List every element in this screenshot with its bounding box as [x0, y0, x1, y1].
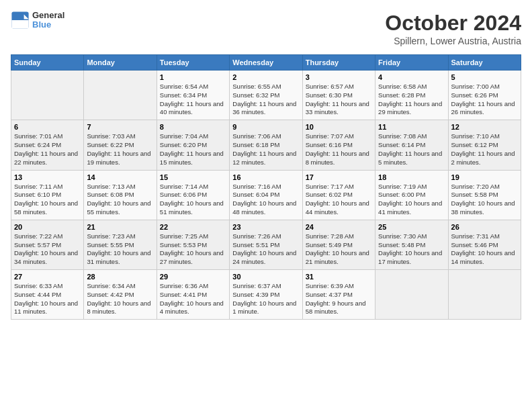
location-title: Spillern, Lower Austria, Austria: [385, 36, 521, 46]
day-number: 20: [14, 223, 81, 231]
calendar-cell: 31Sunrise: 6:39 AMSunset: 4:37 PMDayligh…: [302, 270, 375, 320]
calendar-cell: 18Sunrise: 7:19 AMSunset: 6:00 PMDayligh…: [375, 170, 448, 220]
calendar-cell: 28Sunrise: 6:34 AMSunset: 4:42 PMDayligh…: [84, 270, 157, 320]
calendar-cell: 10Sunrise: 7:07 AMSunset: 6:16 PMDayligh…: [302, 120, 375, 170]
day-info: Sunrise: 6:33 AMSunset: 4:44 PMDaylight:…: [14, 282, 81, 316]
day-info: Sunrise: 7:25 AMSunset: 5:53 PMDaylight:…: [160, 232, 226, 267]
day-info: Sunrise: 7:22 AMSunset: 5:57 PMDaylight:…: [14, 232, 81, 267]
calendar-header: SundayMondayTuesdayWednesdayThursdayFrid…: [11, 55, 521, 71]
logo-line1: General: [32, 11, 64, 20]
calendar-cell: 8Sunrise: 7:04 AMSunset: 6:20 PMDaylight…: [157, 120, 229, 170]
day-number: 8: [160, 123, 226, 131]
calendar-cell: 12Sunrise: 7:10 AMSunset: 6:12 PMDayligh…: [448, 120, 521, 170]
calendar-cell: 7Sunrise: 7:03 AMSunset: 6:22 PMDaylight…: [84, 120, 157, 170]
calendar-cell: 21Sunrise: 7:23 AMSunset: 5:55 PMDayligh…: [84, 220, 157, 269]
day-info: Sunrise: 7:08 AMSunset: 6:14 PMDaylight:…: [378, 132, 445, 167]
day-number: 23: [232, 223, 299, 231]
day-number: 10: [306, 123, 372, 131]
day-number: 18: [378, 173, 445, 181]
header-day-friday: Friday: [375, 55, 448, 71]
day-number: 21: [87, 223, 153, 231]
calendar-cell: 17Sunrise: 7:17 AMSunset: 6:02 PMDayligh…: [302, 170, 375, 220]
header-day-wednesday: Wednesday: [230, 55, 302, 71]
day-info: Sunrise: 7:20 AMSunset: 5:58 PMDaylight:…: [451, 183, 518, 217]
week-row-5: 27Sunrise: 6:33 AMSunset: 4:44 PMDayligh…: [11, 270, 521, 320]
day-info: Sunrise: 6:37 AMSunset: 4:39 PMDaylight:…: [232, 282, 299, 316]
day-number: 27: [14, 273, 81, 281]
day-info: Sunrise: 7:00 AMSunset: 6:26 PMDaylight:…: [451, 83, 518, 117]
calendar-cell: [11, 71, 84, 120]
day-info: Sunrise: 6:55 AMSunset: 6:32 PMDaylight:…: [232, 83, 299, 117]
day-info: Sunrise: 7:03 AMSunset: 6:22 PMDaylight:…: [87, 132, 153, 167]
day-number: 29: [160, 273, 226, 281]
calendar-cell: 11Sunrise: 7:08 AMSunset: 6:14 PMDayligh…: [375, 120, 448, 170]
calendar-cell: 14Sunrise: 7:13 AMSunset: 6:08 PMDayligh…: [84, 170, 157, 220]
calendar-cell: 20Sunrise: 7:22 AMSunset: 5:57 PMDayligh…: [11, 220, 84, 269]
logo-text: General Blue: [32, 11, 64, 30]
day-number: 12: [451, 123, 518, 131]
calendar-cell: 9Sunrise: 7:06 AMSunset: 6:18 PMDaylight…: [230, 120, 302, 170]
calendar-cell: 5Sunrise: 7:00 AMSunset: 6:26 PMDaylight…: [448, 71, 521, 120]
calendar-cell: 1Sunrise: 6:54 AMSunset: 6:34 PMDaylight…: [157, 71, 229, 120]
calendar-cell: [84, 71, 157, 120]
day-number: 7: [87, 123, 153, 131]
day-info: Sunrise: 7:16 AMSunset: 6:04 PMDaylight:…: [232, 183, 299, 217]
calendar-cell: 2Sunrise: 6:55 AMSunset: 6:32 PMDaylight…: [230, 71, 302, 120]
day-number: 13: [14, 173, 81, 181]
day-number: 22: [160, 223, 226, 231]
logo-line2: Blue: [32, 20, 64, 30]
day-number: 4: [378, 73, 445, 81]
calendar-cell: 13Sunrise: 7:11 AMSunset: 6:10 PMDayligh…: [11, 170, 84, 220]
calendar-cell: 15Sunrise: 7:14 AMSunset: 6:06 PMDayligh…: [157, 170, 229, 220]
day-number: 6: [14, 123, 81, 131]
day-info: Sunrise: 6:58 AMSunset: 6:28 PMDaylight:…: [378, 83, 445, 117]
calendar-body: 1Sunrise: 6:54 AMSunset: 6:34 PMDaylight…: [11, 71, 521, 320]
calendar-cell: 6Sunrise: 7:01 AMSunset: 6:24 PMDaylight…: [11, 120, 84, 170]
day-number: 15: [160, 173, 226, 181]
calendar-cell: 27Sunrise: 6:33 AMSunset: 4:44 PMDayligh…: [11, 270, 84, 320]
day-info: Sunrise: 7:06 AMSunset: 6:18 PMDaylight:…: [232, 132, 299, 167]
day-info: Sunrise: 6:39 AMSunset: 4:37 PMDaylight:…: [306, 282, 372, 316]
header-day-monday: Monday: [84, 55, 157, 71]
day-info: Sunrise: 7:01 AMSunset: 6:24 PMDaylight:…: [14, 132, 81, 167]
calendar-cell: 4Sunrise: 6:58 AMSunset: 6:28 PMDaylight…: [375, 71, 448, 120]
day-number: 11: [378, 123, 445, 131]
day-number: 9: [232, 123, 299, 131]
day-number: 26: [451, 223, 518, 231]
day-info: Sunrise: 7:10 AMSunset: 6:12 PMDaylight:…: [451, 132, 518, 167]
day-info: Sunrise: 7:13 AMSunset: 6:08 PMDaylight:…: [87, 183, 153, 217]
day-info: Sunrise: 6:57 AMSunset: 6:30 PMDaylight:…: [306, 83, 372, 117]
calendar-cell: 22Sunrise: 7:25 AMSunset: 5:53 PMDayligh…: [157, 220, 229, 269]
calendar-cell: 29Sunrise: 6:36 AMSunset: 4:41 PMDayligh…: [157, 270, 229, 320]
calendar-cell: 19Sunrise: 7:20 AMSunset: 5:58 PMDayligh…: [448, 170, 521, 220]
day-number: 5: [451, 73, 518, 81]
logo-icon: [11, 11, 30, 30]
header-row: SundayMondayTuesdayWednesdayThursdayFrid…: [11, 55, 521, 71]
day-info: Sunrise: 7:23 AMSunset: 5:55 PMDaylight:…: [87, 232, 153, 267]
header-day-sunday: Sunday: [11, 55, 84, 71]
day-number: 17: [306, 173, 372, 181]
page-header: General Blue October 2024 Spillern, Lowe…: [11, 11, 521, 46]
svg-rect-2: [11, 20, 28, 29]
day-number: 19: [451, 173, 518, 181]
header-day-tuesday: Tuesday: [157, 55, 229, 71]
day-info: Sunrise: 7:07 AMSunset: 6:16 PMDaylight:…: [306, 132, 372, 167]
day-info: Sunrise: 6:54 AMSunset: 6:34 PMDaylight:…: [160, 83, 226, 117]
day-number: 25: [378, 223, 445, 231]
header-day-thursday: Thursday: [302, 55, 375, 71]
week-row-1: 1Sunrise: 6:54 AMSunset: 6:34 PMDaylight…: [11, 71, 521, 120]
calendar-table: SundayMondayTuesdayWednesdayThursdayFrid…: [11, 54, 521, 320]
day-info: Sunrise: 6:36 AMSunset: 4:41 PMDaylight:…: [160, 282, 226, 316]
day-number: 3: [306, 73, 372, 81]
day-number: 28: [87, 273, 153, 281]
day-info: Sunrise: 7:14 AMSunset: 6:06 PMDaylight:…: [160, 183, 226, 217]
calendar-cell: 16Sunrise: 7:16 AMSunset: 6:04 PMDayligh…: [230, 170, 302, 220]
day-number: 1: [160, 73, 226, 81]
calendar-cell: 26Sunrise: 7:31 AMSunset: 5:46 PMDayligh…: [448, 220, 521, 269]
day-info: Sunrise: 7:19 AMSunset: 6:00 PMDaylight:…: [378, 183, 445, 217]
day-info: Sunrise: 7:28 AMSunset: 5:49 PMDaylight:…: [306, 232, 372, 267]
day-info: Sunrise: 7:30 AMSunset: 5:48 PMDaylight:…: [378, 232, 445, 267]
header-day-saturday: Saturday: [448, 55, 521, 71]
day-number: 24: [306, 223, 372, 231]
month-title: October 2024: [385, 11, 521, 36]
